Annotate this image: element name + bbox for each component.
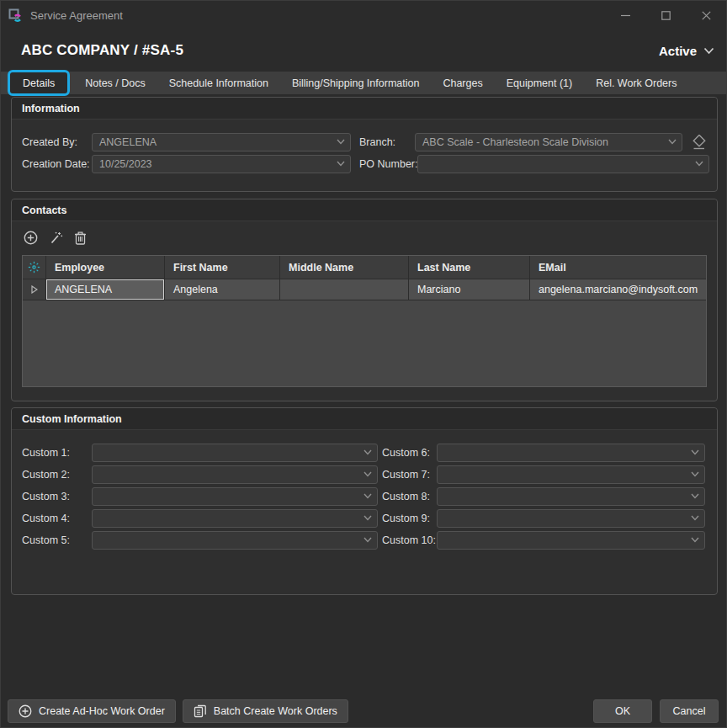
information-title: Information [22, 103, 80, 114]
maximize-button[interactable] [645, 1, 686, 29]
branch-dropdown[interactable]: ABC Scale - Charlesteon Scale Division [415, 133, 682, 151]
custom-10-dropdown[interactable] [437, 531, 705, 550]
column-header-first-name[interactable]: First Name [165, 256, 280, 279]
contacts-title: Contacts [22, 205, 66, 216]
creation-date-value: 10/25/2023 [99, 158, 152, 170]
titlebar: Service Agreement [1, 1, 726, 29]
cell-last-name[interactable]: Marciano [409, 279, 530, 300]
tab-billing-shipping-information[interactable]: Billing/Shipping Information [280, 72, 431, 94]
custom-row-4: Custom 4:Custom 9: [22, 509, 705, 528]
chevron-down-icon [691, 493, 699, 499]
po-number-dropdown[interactable] [417, 155, 709, 173]
magic-wand-icon [49, 231, 63, 245]
column-header-middle-name[interactable]: Middle Name [280, 256, 409, 279]
contacts-panel: Contacts [11, 199, 718, 401]
contacts-panel-header: Contacts [12, 199, 717, 221]
contacts-toolbar [24, 231, 87, 245]
creation-date-label: Creation Date: [22, 158, 92, 170]
page-title: ABC COMPANY / #SA-5 [21, 42, 183, 59]
customize-sun-icon [28, 261, 40, 274]
service-agreement-window: Service Agreement ABC COMPANY / #SA-5 Ac… [0, 0, 727, 728]
custom-information-title: Custom Information [22, 413, 122, 425]
chevron-down-icon [364, 537, 372, 543]
created-by-value: ANGELENA [99, 136, 157, 148]
tab-charges[interactable]: Charges [431, 72, 494, 94]
status-dropdown[interactable]: Active [659, 44, 714, 58]
tab-bar: Details Notes / Docs Schedule Informatio… [1, 72, 726, 94]
cancel-button[interactable]: Cancel [660, 699, 719, 723]
custom-3-label: Custom 3: [22, 491, 92, 502]
cell-middle-name[interactable] [280, 279, 409, 300]
chevron-down-icon [691, 515, 699, 521]
clear-branch-button[interactable] [690, 135, 708, 151]
table-row[interactable]: ANGELENA Angelena Marciano angelena.marc… [23, 279, 706, 300]
custom-2-label: Custom 2: [22, 469, 92, 481]
custom-1-dropdown[interactable] [92, 444, 378, 462]
custom-2-dropdown[interactable] [92, 465, 378, 484]
custom-5-dropdown[interactable] [92, 531, 378, 550]
custom-6-dropdown[interactable] [437, 444, 705, 462]
chevron-down-icon [364, 515, 372, 521]
cell-email[interactable]: angelena.marciano@indysoft.com [530, 279, 706, 300]
custom-3-dropdown[interactable] [92, 487, 378, 506]
contacts-grid-header-row: Employee First Name Middle Name Last Nam… [23, 256, 706, 279]
app-logo-icon [8, 8, 23, 23]
creation-date-dropdown[interactable]: 10/25/2023 [92, 155, 351, 173]
column-header-employee[interactable]: Employee [46, 256, 165, 279]
chevron-down-icon [337, 161, 345, 167]
created-by-label: Created By: [22, 136, 92, 148]
batch-create-work-orders-button[interactable]: Batch Create Work Orders [183, 699, 348, 723]
column-header-email[interactable]: EMail [530, 256, 706, 279]
created-by-dropdown[interactable]: ANGELENA [92, 133, 351, 151]
chevron-down-icon [364, 471, 372, 477]
chevron-down-icon [691, 537, 699, 543]
tab-equipment[interactable]: Equipment (1) [495, 72, 585, 94]
chevron-down-icon [695, 161, 703, 167]
custom-row-5: Custom 5:Custom 10: [22, 531, 705, 550]
grid-customize-button[interactable] [23, 256, 46, 279]
custom-7-label: Custom 7: [382, 469, 437, 481]
custom-9-dropdown[interactable] [437, 509, 705, 528]
custom-7-dropdown[interactable] [437, 465, 705, 484]
cell-first-name[interactable]: Angelena [165, 279, 280, 300]
close-button[interactable] [686, 1, 726, 29]
custom-4-label: Custom 4: [22, 513, 92, 524]
information-row-2: Creation Date: 10/25/2023 PO Number: [22, 155, 707, 173]
custom-4-dropdown[interactable] [92, 509, 378, 528]
custom-information-panel-header: Custom Information [12, 408, 717, 430]
branch-value: ABC Scale - Charlesteon Scale Division [422, 136, 608, 148]
window-controls [605, 1, 726, 29]
chevron-down-icon [364, 449, 372, 455]
grid-empty-area [23, 300, 706, 386]
chevron-down-icon [703, 47, 714, 55]
auto-fill-contact-button[interactable] [49, 231, 63, 245]
tab-rel-work-orders[interactable]: Rel. Work Orders [584, 72, 688, 94]
ok-button[interactable]: OK [593, 699, 652, 723]
custom-8-label: Custom 8: [382, 491, 437, 502]
column-header-last-name[interactable]: Last Name [409, 256, 530, 279]
information-panel-header: Information [12, 98, 717, 120]
custom-8-dropdown[interactable] [437, 487, 705, 506]
information-row-1: Created By: ANGELENA Branch: ABC Scale -… [22, 133, 707, 151]
row-indicator [23, 279, 46, 300]
add-contact-button[interactable] [24, 231, 38, 245]
minimize-button[interactable] [605, 1, 645, 29]
tab-details[interactable]: Details [8, 70, 70, 96]
chevron-down-icon [337, 139, 345, 145]
add-circle-icon [24, 231, 38, 245]
document-header: ABC COMPANY / #SA-5 Active [21, 38, 714, 63]
chevron-down-icon [364, 493, 372, 499]
status-value: Active [659, 44, 697, 58]
add-circle-icon [19, 704, 32, 718]
custom-1-label: Custom 1: [22, 447, 92, 459]
branch-label: Branch: [359, 136, 415, 148]
delete-contact-button[interactable] [74, 231, 87, 245]
custom-10-label: Custom 10: [382, 534, 437, 546]
chevron-down-icon [691, 449, 699, 455]
cell-employee[interactable]: ANGELENA [46, 279, 165, 300]
footer-right-actions: OK Cancel [593, 699, 719, 723]
tab-notes-docs[interactable]: Notes / Docs [73, 72, 157, 94]
tab-schedule-information[interactable]: Schedule Information [157, 72, 280, 94]
create-adhoc-work-order-button[interactable]: Create Ad-Hoc Work Order [8, 699, 176, 723]
custom-row-3: Custom 3:Custom 8: [22, 487, 705, 506]
